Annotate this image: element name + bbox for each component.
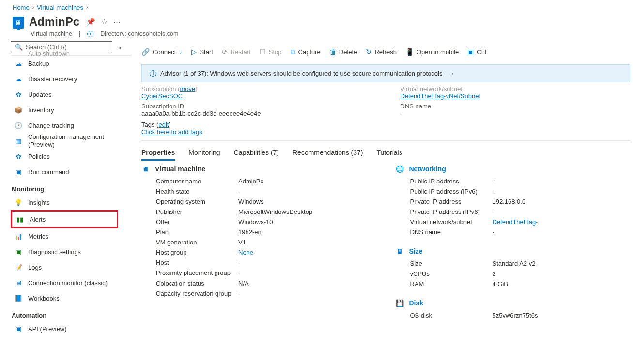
updates-icon: ✿ [15,91,22,98]
main-content: 🔗Connect⌄ ▷Start ⟳Restart ☐Stop ⧉Capture… [131,41,633,336]
play-icon: ▷ [191,48,197,56]
diagnostics-icon: ▣ [15,248,22,256]
tab-recommendations[interactable]: Recommendations (37) [293,146,363,161]
computer-name: AdminPc [238,178,263,185]
search-icon: 🔍 [15,44,23,51]
tab-monitoring[interactable]: Monitoring [188,146,220,161]
sidebar-item-metrics[interactable]: 📊Metrics [11,228,131,244]
disk-section-head[interactable]: 💾 Disk [396,299,631,307]
capture-icon: ⧉ [291,48,295,56]
dns-label: DNS name [401,100,631,110]
breadcrumb: Home › Virtual machines › [0,0,633,15]
cli-button[interactable]: ▣CLI [467,48,486,56]
tab-tutorials[interactable]: Tutorials [377,146,402,161]
sidebar-item-alerts[interactable]: ▮▮Alerts [12,212,117,227]
restart-icon: ⟳ [222,48,228,56]
vm-icon: 🖥 [141,165,150,173]
sidebar-item-logs[interactable]: 📝Logs [11,259,131,275]
sidebar-item-connmonitor[interactable]: 🖥Connection monitor (classic) [11,275,131,290]
sidebar-item-diagnostics[interactable]: ▣Diagnostic settings [11,244,131,259]
tabs: Properties Monitoring Capabilities (7) R… [141,146,630,161]
inventory-icon: 📦 [15,106,22,114]
sidebar-item-dr[interactable]: ☁Disaster recovery [11,71,131,87]
vm-size: Standard A2 v2 [493,260,536,267]
api-icon: ▣ [15,325,22,333]
hostgroup-link[interactable]: None [238,249,253,256]
start-button[interactable]: ▷Start [191,48,213,56]
info-icon[interactable]: i [87,31,93,37]
subid-value: aaaa0a0a-bb1b-cc2c-dd3d-eeeeee4e4e4e [141,110,371,117]
vnet-link[interactable]: DefendTheFlag-vNet/Subnet [401,92,480,100]
sidebar-item-backup[interactable]: ☁Backup [11,56,131,71]
toolbar: 🔗Connect⌄ ▷Start ⟳Restart ☐Stop ⧉Capture… [141,41,630,62]
workbooks-icon: 📘 [15,294,22,302]
refresh-icon: ↻ [366,48,371,56]
change-icon: 🕑 [15,121,22,129]
sidebar-item-updates[interactable]: ✿Updates [11,87,131,102]
advisor-banner[interactable]: i Advisor (1 of 37): Windows web servers… [141,64,630,82]
logs-icon: 📝 [15,263,22,271]
connect-button[interactable]: 🔗Connect⌄ [141,48,183,56]
vm-section-head: 🖥 Virtual machine [141,165,376,173]
clock-icon [15,51,22,56]
subscription-link[interactable]: CyberSecSOC [141,92,183,100]
arrow-right-icon: → [448,70,454,77]
alerts-icon: ▮▮ [16,215,24,223]
sidebar-item-runcommand[interactable]: ▣Run command [11,164,131,180]
move-link[interactable]: move [180,85,196,92]
sidebar-item-insights[interactable]: 💡Insights [11,195,131,210]
tags-edit-link[interactable]: edit [158,121,169,128]
vnet-label: Virtual network/subnet [401,82,631,92]
collapse-icon[interactable]: « [118,45,122,51]
size-icon: 🖥 [396,247,404,256]
tab-capabilities[interactable]: Capabilities (7) [234,146,279,161]
dns-value: - [401,110,631,117]
resource-type: Virtual machine [31,30,72,37]
star-icon[interactable]: ☆ [101,17,108,26]
vnet-prop-link[interactable]: DefendTheFlag- [493,218,538,226]
sidebar: 🔍 Search (Ctrl+/) « Auto shutdown ☁Backu… [11,41,131,336]
tab-properties[interactable]: Properties [141,146,175,161]
policies-icon: ✿ [15,152,22,160]
sidebar-item-changetracking[interactable]: 🕑Change tracking [11,118,131,133]
mobile-button[interactable]: 📱Open in mobile [405,48,459,56]
restart-button[interactable]: ⟳Restart [222,48,251,56]
size-section-head[interactable]: 🖥 Size [396,247,631,256]
recovery-icon: ☁ [15,75,22,83]
sidebar-group-monitoring: Monitoring [11,180,131,195]
delete-button[interactable]: 🗑Delete [329,48,357,56]
disk-icon: 💾 [396,299,404,307]
private-ip: 192.168.0.0 [493,198,526,205]
metrics-icon: 📊 [15,232,22,240]
tags-add-link[interactable]: Click here to add tags [141,128,202,136]
page-header: 🖥 AdminPc 📌 ☆ ⋯ [0,15,633,30]
sidebar-item-api[interactable]: ▣API (Preview) [11,321,131,336]
vm-icon: 🖥 [13,17,24,29]
sidebar-group-automation: Automation [11,306,131,321]
sidebar-item-configmgmt[interactable]: ▦Configuration management (Preview) [11,133,131,149]
stop-button[interactable]: ☐Stop [260,48,282,56]
networking-section-head[interactable]: 🌐 Networking [396,165,631,173]
more-icon[interactable]: ⋯ [113,17,121,26]
os-disk: 5z5vw6rzn75t6s [493,312,538,319]
chevron-right-icon: › [86,5,88,10]
breadcrumb-home[interactable]: Home [13,4,30,11]
advisor-text: Advisor (1 of 37): Windows web servers s… [160,70,442,77]
run-icon: ▣ [15,168,22,176]
globe-icon: 🌐 [396,165,404,173]
mobile-icon: 📱 [405,48,414,56]
page-subheader: Virtual machine | i Directory: contosoho… [0,30,633,41]
refresh-button[interactable]: ↻Refresh [366,48,397,56]
sidebar-item-autoshutdown[interactable]: Auto shutdown [11,51,131,56]
sidebar-item-workbooks[interactable]: 📘Workbooks [11,290,131,306]
breadcrumb-vms[interactable]: Virtual machines [37,4,83,11]
cli-icon: ▣ [467,48,474,56]
pin-icon[interactable]: 📌 [86,17,95,26]
tags-label: Tags [141,121,154,128]
backup-icon: ☁ [15,60,22,67]
stop-icon: ☐ [260,48,266,56]
sidebar-item-inventory[interactable]: 📦Inventory [11,102,131,118]
capture-button[interactable]: ⧉Capture [291,48,321,56]
insights-icon: 💡 [15,198,22,206]
sidebar-item-policies[interactable]: ✿Policies [11,149,131,164]
